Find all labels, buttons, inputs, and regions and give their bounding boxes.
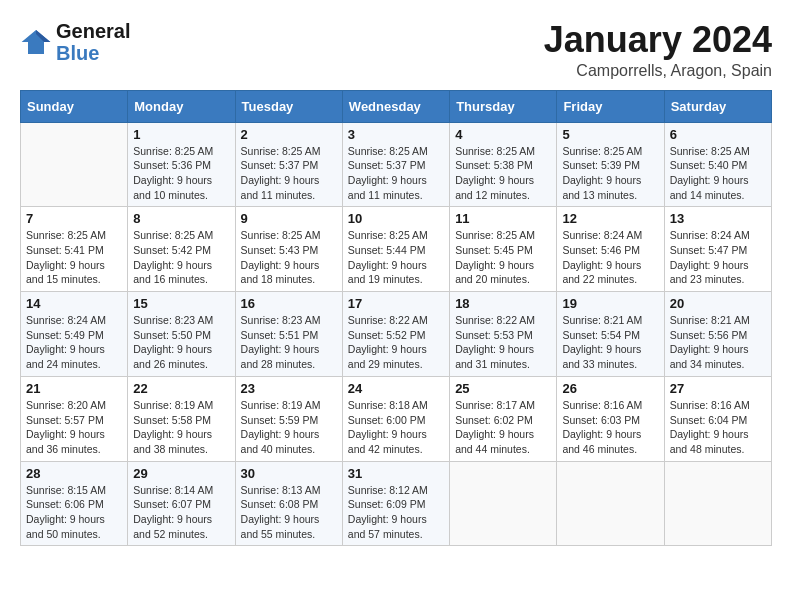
day-number: 12 [562,211,658,226]
day-info: Sunrise: 8:25 AMSunset: 5:45 PMDaylight:… [455,228,551,287]
calendar-cell: 23Sunrise: 8:19 AMSunset: 5:59 PMDayligh… [235,376,342,461]
day-number: 23 [241,381,337,396]
day-info: Sunrise: 8:25 AMSunset: 5:36 PMDaylight:… [133,144,229,203]
day-info: Sunrise: 8:23 AMSunset: 5:51 PMDaylight:… [241,313,337,372]
day-info: Sunrise: 8:16 AMSunset: 6:03 PMDaylight:… [562,398,658,457]
day-info: Sunrise: 8:25 AMSunset: 5:42 PMDaylight:… [133,228,229,287]
calendar-cell: 27Sunrise: 8:16 AMSunset: 6:04 PMDayligh… [664,376,771,461]
day-number: 5 [562,127,658,142]
calendar-cell: 7Sunrise: 8:25 AMSunset: 5:41 PMDaylight… [21,207,128,292]
day-info: Sunrise: 8:13 AMSunset: 6:08 PMDaylight:… [241,483,337,542]
day-number: 22 [133,381,229,396]
calendar-cell: 8Sunrise: 8:25 AMSunset: 5:42 PMDaylight… [128,207,235,292]
day-number: 2 [241,127,337,142]
day-number: 6 [670,127,766,142]
day-number: 24 [348,381,444,396]
day-info: Sunrise: 8:19 AMSunset: 5:59 PMDaylight:… [241,398,337,457]
day-info: Sunrise: 8:12 AMSunset: 6:09 PMDaylight:… [348,483,444,542]
calendar-body: 1Sunrise: 8:25 AMSunset: 5:36 PMDaylight… [21,122,772,546]
page-header: General Blue January 2024 Camporrells, A… [20,20,772,80]
day-number: 19 [562,296,658,311]
title-block: January 2024 Camporrells, Aragon, Spain [544,20,772,80]
day-info: Sunrise: 8:24 AMSunset: 5:49 PMDaylight:… [26,313,122,372]
calendar-cell: 12Sunrise: 8:24 AMSunset: 5:46 PMDayligh… [557,207,664,292]
day-info: Sunrise: 8:22 AMSunset: 5:52 PMDaylight:… [348,313,444,372]
calendar-cell: 1Sunrise: 8:25 AMSunset: 5:36 PMDaylight… [128,122,235,207]
day-number: 31 [348,466,444,481]
calendar-cell: 19Sunrise: 8:21 AMSunset: 5:54 PMDayligh… [557,292,664,377]
day-info: Sunrise: 8:25 AMSunset: 5:41 PMDaylight:… [26,228,122,287]
day-number: 9 [241,211,337,226]
calendar-cell: 29Sunrise: 8:14 AMSunset: 6:07 PMDayligh… [128,461,235,546]
day-number: 15 [133,296,229,311]
day-number: 4 [455,127,551,142]
weekday-header-cell: Saturday [664,90,771,122]
calendar-cell [557,461,664,546]
calendar-cell: 22Sunrise: 8:19 AMSunset: 5:58 PMDayligh… [128,376,235,461]
calendar-cell: 14Sunrise: 8:24 AMSunset: 5:49 PMDayligh… [21,292,128,377]
calendar-cell: 16Sunrise: 8:23 AMSunset: 5:51 PMDayligh… [235,292,342,377]
calendar-cell: 25Sunrise: 8:17 AMSunset: 6:02 PMDayligh… [450,376,557,461]
weekday-header-cell: Sunday [21,90,128,122]
calendar-cell: 28Sunrise: 8:15 AMSunset: 6:06 PMDayligh… [21,461,128,546]
calendar-cell: 24Sunrise: 8:18 AMSunset: 6:00 PMDayligh… [342,376,449,461]
day-number: 10 [348,211,444,226]
calendar-week-row: 14Sunrise: 8:24 AMSunset: 5:49 PMDayligh… [21,292,772,377]
day-info: Sunrise: 8:25 AMSunset: 5:37 PMDaylight:… [241,144,337,203]
day-info: Sunrise: 8:20 AMSunset: 5:57 PMDaylight:… [26,398,122,457]
calendar-cell: 6Sunrise: 8:25 AMSunset: 5:40 PMDaylight… [664,122,771,207]
day-number: 16 [241,296,337,311]
day-info: Sunrise: 8:21 AMSunset: 5:56 PMDaylight:… [670,313,766,372]
day-info: Sunrise: 8:21 AMSunset: 5:54 PMDaylight:… [562,313,658,372]
weekday-header-cell: Monday [128,90,235,122]
weekday-header-cell: Friday [557,90,664,122]
day-info: Sunrise: 8:25 AMSunset: 5:38 PMDaylight:… [455,144,551,203]
calendar-week-row: 21Sunrise: 8:20 AMSunset: 5:57 PMDayligh… [21,376,772,461]
day-number: 29 [133,466,229,481]
day-info: Sunrise: 8:14 AMSunset: 6:07 PMDaylight:… [133,483,229,542]
location-title: Camporrells, Aragon, Spain [544,62,772,80]
day-info: Sunrise: 8:25 AMSunset: 5:44 PMDaylight:… [348,228,444,287]
day-number: 28 [26,466,122,481]
day-info: Sunrise: 8:25 AMSunset: 5:39 PMDaylight:… [562,144,658,203]
day-number: 21 [26,381,122,396]
calendar-cell: 9Sunrise: 8:25 AMSunset: 5:43 PMDaylight… [235,207,342,292]
day-number: 8 [133,211,229,226]
calendar-cell: 15Sunrise: 8:23 AMSunset: 5:50 PMDayligh… [128,292,235,377]
day-number: 25 [455,381,551,396]
day-info: Sunrise: 8:24 AMSunset: 5:46 PMDaylight:… [562,228,658,287]
day-number: 30 [241,466,337,481]
day-info: Sunrise: 8:22 AMSunset: 5:53 PMDaylight:… [455,313,551,372]
day-info: Sunrise: 8:19 AMSunset: 5:58 PMDaylight:… [133,398,229,457]
calendar-cell: 30Sunrise: 8:13 AMSunset: 6:08 PMDayligh… [235,461,342,546]
day-number: 7 [26,211,122,226]
calendar-cell [21,122,128,207]
day-info: Sunrise: 8:24 AMSunset: 5:47 PMDaylight:… [670,228,766,287]
calendar-cell: 17Sunrise: 8:22 AMSunset: 5:52 PMDayligh… [342,292,449,377]
month-title: January 2024 [544,20,772,60]
calendar-cell: 11Sunrise: 8:25 AMSunset: 5:45 PMDayligh… [450,207,557,292]
logo-blue: Blue [56,42,130,64]
logo-general: General [56,20,130,42]
day-info: Sunrise: 8:18 AMSunset: 6:00 PMDaylight:… [348,398,444,457]
logo: General Blue [20,20,130,64]
day-info: Sunrise: 8:25 AMSunset: 5:43 PMDaylight:… [241,228,337,287]
calendar-cell: 3Sunrise: 8:25 AMSunset: 5:37 PMDaylight… [342,122,449,207]
weekday-header-cell: Wednesday [342,90,449,122]
calendar-week-row: 1Sunrise: 8:25 AMSunset: 5:36 PMDaylight… [21,122,772,207]
calendar-cell: 2Sunrise: 8:25 AMSunset: 5:37 PMDaylight… [235,122,342,207]
day-info: Sunrise: 8:25 AMSunset: 5:40 PMDaylight:… [670,144,766,203]
day-info: Sunrise: 8:25 AMSunset: 5:37 PMDaylight:… [348,144,444,203]
day-number: 3 [348,127,444,142]
calendar-cell: 18Sunrise: 8:22 AMSunset: 5:53 PMDayligh… [450,292,557,377]
day-number: 13 [670,211,766,226]
day-number: 17 [348,296,444,311]
day-info: Sunrise: 8:15 AMSunset: 6:06 PMDaylight:… [26,483,122,542]
calendar-cell: 4Sunrise: 8:25 AMSunset: 5:38 PMDaylight… [450,122,557,207]
calendar-week-row: 7Sunrise: 8:25 AMSunset: 5:41 PMDaylight… [21,207,772,292]
calendar-cell: 21Sunrise: 8:20 AMSunset: 5:57 PMDayligh… [21,376,128,461]
weekday-header-row: SundayMondayTuesdayWednesdayThursdayFrid… [21,90,772,122]
weekday-header-cell: Tuesday [235,90,342,122]
calendar-table: SundayMondayTuesdayWednesdayThursdayFrid… [20,90,772,547]
calendar-cell: 10Sunrise: 8:25 AMSunset: 5:44 PMDayligh… [342,207,449,292]
